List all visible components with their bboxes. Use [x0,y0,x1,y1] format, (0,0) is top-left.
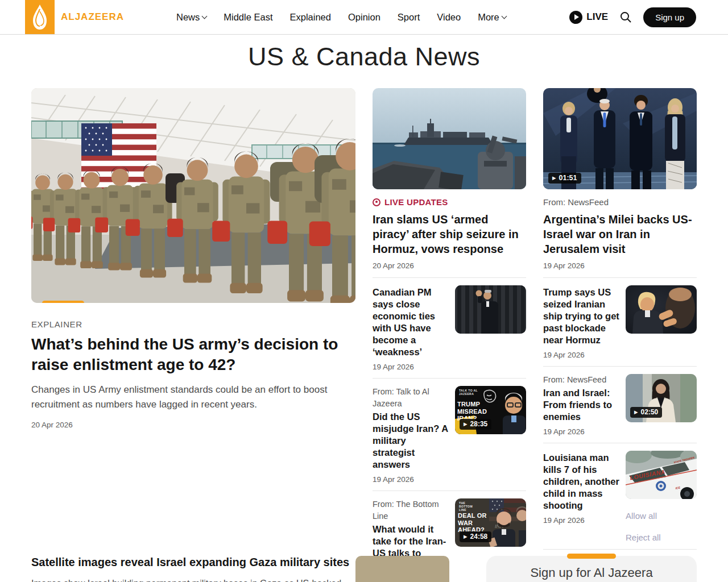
feature-date: 20 Apr 2026 [31,421,355,429]
right-column: ▶01:51 From: NewsFeed Argentina’s Milei … [543,88,697,550]
play-circle-icon [569,11,582,24]
story-thumbnail[interactable]: ICE LOUISIANA STATE TROOPER [626,451,697,499]
right-lead-image[interactable]: ▶01:51 [543,88,697,189]
bottom-story-headline[interactable]: Satellite images reveal Israel expanding… [31,556,350,569]
newsletter-signup-card[interactable]: Sign up for Al Jazeera [486,556,697,582]
middle-lead-story: LIVE UPDATES Iran slams US ‘armed piracy… [373,88,526,278]
story-row: Louisiana man kills 7 of his children, a… [543,443,697,550]
story-thumbnail[interactable] [455,285,526,334]
feature-column: EXPLAINER What’s behind the US army’s de… [31,88,355,429]
signup-heading: Sign up for Al Jazeera [486,556,697,580]
thumbnail-program-logo: THE BOTTOM LINE [459,501,478,512]
story-date: 19 Apr 2026 [543,351,620,359]
nav-item-video[interactable]: Video [437,12,461,23]
story-headline[interactable]: Canadian PM says close economic ties wit… [373,286,449,358]
thumbnail-caption: DEAL OR WAR AHEAD? [458,512,499,534]
story-thumbnail-video[interactable]: TALK TO AL JAZEERA TRUMP MISREAD IRAN? ▶… [455,386,526,434]
carney-downing-street-illustration [455,285,526,334]
nav-item-opinion[interactable]: Opinion [348,12,380,23]
feature-summary: Changes in US Army enlistment standards … [31,383,355,412]
story-row: From: NewsFeed Iran and Israel: From fri… [543,367,697,443]
aljazeera-us-canada-page: ALJAZEERA News Middle East Explained Opi… [0,0,728,582]
middle-lead-image[interactable] [373,88,526,189]
cookie-allow-all-link[interactable]: Allow all [626,511,697,521]
middle-lead-date: 20 Apr 2026 [373,261,526,270]
nav-item-news[interactable]: News [176,12,206,23]
thumbnail-program-logo: TALK TO AL JAZEERA [459,389,478,396]
hormuz-ship-illustration [373,88,526,189]
video-duration-badge: ▶28:35 [460,419,491,430]
nav-item-middle-east[interactable]: Middle East [224,12,272,23]
middle-lead-headline[interactable]: Iran slams US ‘armed piracy’ after ship … [373,212,526,256]
story-date: 19 Apr 2026 [373,475,449,484]
story-headline[interactable]: Iran and Israel: From friends to enemies [543,387,620,423]
bottom-story: Satellite images reveal Israel expanding… [31,556,350,582]
cookie-reject-all-link[interactable]: Reject all [626,533,697,542]
chevron-down-icon [501,13,507,19]
brand-wordmark[interactable]: ALJAZEERA [61,11,124,23]
trump-illustration [626,285,697,334]
aljazeera-logo[interactable] [25,0,55,34]
story-row: From: Talk to Al Jazeera Did the US misj… [373,379,526,491]
play-icon: ▶ [552,176,556,181]
story-headline[interactable]: Did the US misjudge Iran? A military str… [373,411,449,471]
play-icon: ▶ [464,422,468,427]
story-date: 19 Apr 2026 [543,427,620,436]
aljazeera-logo-icon [28,3,51,31]
story-headline[interactable]: Trump says US seized Iranian ship trying… [543,286,620,346]
right-lead-kicker: From: NewsFeed [543,197,697,207]
story-date: 19 Apr 2026 [373,363,449,371]
story-thumbnail-video[interactable]: ▶02:50 [626,374,697,422]
story-kicker: From: NewsFeed [543,374,620,386]
search-icon[interactable] [619,10,632,24]
feature-kicker: EXPLAINER [31,319,355,329]
right-lead-story: ▶01:51 From: NewsFeed Argentina’s Milei … [543,88,697,278]
video-duration-badge: ▶02:50 [630,407,662,418]
story-headline[interactable]: Louisiana man kills 7 of his children, a… [543,452,620,512]
live-updates-label: LIVE UPDATES [384,197,448,207]
header-actions: LIVE Sign up [569,7,728,27]
story-kicker: From: The Bottom Line [373,498,449,522]
featured-accent-bar [42,301,84,303]
site-header: ALJAZEERA News Middle East Explained Opi… [0,0,728,35]
signup-card-handle [567,554,616,559]
middle-column: LIVE UPDATES Iran slams US ‘armed piracy… [373,88,526,582]
story-row: Canadian PM says close economic ties wit… [373,278,526,379]
story-row: Trump says US seized Iranian ship trying… [543,278,697,367]
nav-item-explained[interactable]: Explained [290,12,331,23]
live-updates-icon [373,198,380,206]
story-thumbnail[interactable] [626,285,697,334]
chevron-down-icon [202,13,208,19]
page-title: US & Canada News [0,42,728,72]
video-duration-badge: ▶24:58 [460,531,491,542]
nav-item-more[interactable]: More [478,12,506,23]
right-lead-headline[interactable]: Argentina’s Milei backs US-Israel war on… [543,212,697,256]
story-kicker: From: Talk to Al Jazeera [373,386,449,410]
nav-item-sport[interactable]: Sport [398,12,420,23]
feature-image[interactable] [31,88,355,303]
bottom-story-teaser: Images show Israel building permanent mi… [31,577,350,582]
play-icon: ▶ [634,410,638,415]
feature-headline[interactable]: What’s behind the US army’s decision to … [31,334,355,375]
live-updates-row: LIVE UPDATES [373,197,526,207]
video-duration-badge: ▶01:51 [548,173,581,184]
right-lead-date: 19 Apr 2026 [543,261,697,270]
satellite-image-thumbnail[interactable] [355,556,449,582]
live-link[interactable]: LIVE [569,11,608,24]
play-icon: ▶ [464,534,468,539]
signup-button[interactable]: Sign up [643,7,696,27]
story-thumbnail-video[interactable]: IRA THE BOTTOM LINE DEAL OR WAR AHEAD? [455,498,526,547]
soldiers-hangar-illustration [31,88,355,303]
story-date: 19 Apr 2026 [543,516,620,525]
main-nav: News Middle East Explained Opinion Sport… [176,12,506,23]
